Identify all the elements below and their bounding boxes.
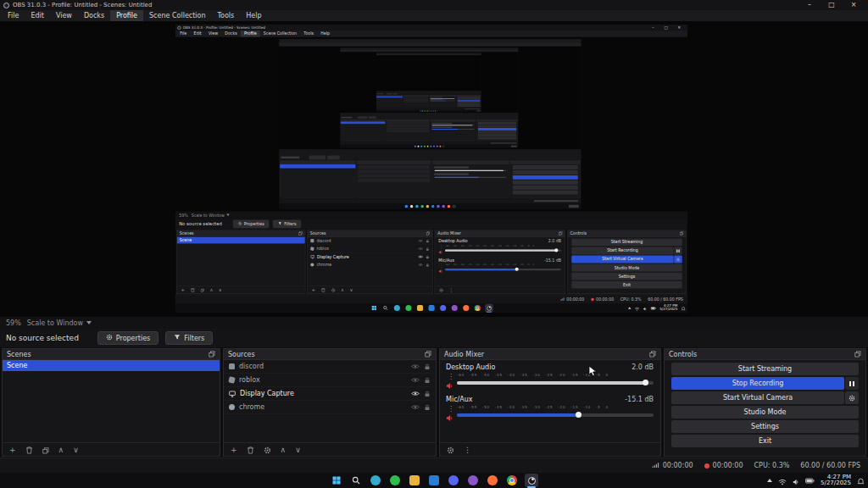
scenes-panel-header[interactable]: Scenes: [3, 349, 220, 360]
titlebar[interactable]: OBS 31.0.3 - Profile: Untitled - Scenes:…: [0, 0, 868, 10]
move-source-down-button[interactable]: ∨: [295, 443, 301, 457]
channel-kebab-menu[interactable]: ⋮: [448, 406, 454, 413]
titlebar: OBS 31.0.3 - Profile: Untitled - Scenes:…: [175, 25, 687, 30]
taskbar-icon-word[interactable]: [427, 474, 441, 487]
add-source-button[interactable]: +: [231, 443, 237, 457]
menu-edit: Edit: [190, 30, 204, 37]
scene-list-item[interactable]: Scene: [3, 360, 220, 371]
battery-icon[interactable]: [805, 478, 815, 484]
start-button: [370, 304, 378, 312]
menu-scene-collection[interactable]: Scene Collection: [143, 10, 212, 21]
visibility-eye-icon[interactable]: [411, 404, 420, 410]
tray-overflow-chevron-icon[interactable]: [767, 479, 772, 482]
preview-scale-row: 59% Scale to Window: [175, 212, 687, 219]
close-button[interactable]: ×: [843, 0, 865, 10]
menu-view[interactable]: View: [50, 10, 78, 21]
start-streaming-button[interactable]: Start Streaming: [671, 363, 859, 375]
search-icon[interactable]: [349, 474, 363, 487]
volume-fader[interactable]: [457, 381, 654, 385]
windows-taskbar: 4:27 PM 5/27/2025: [175, 303, 687, 313]
taskbar-icon-whatsapp[interactable]: [388, 474, 402, 487]
menu-tools[interactable]: Tools: [212, 10, 241, 21]
mute-speaker-icon[interactable]: [446, 382, 453, 390]
wifi-icon[interactable]: [778, 473, 787, 488]
move-scene-down-button[interactable]: ∨: [73, 443, 79, 457]
filters-button[interactable]: Filters: [165, 331, 213, 345]
popout-icon[interactable]: [425, 351, 431, 358]
lock-icon[interactable]: [424, 363, 431, 370]
start-virtual-camera-button[interactable]: Start Virtual Camera: [671, 391, 844, 404]
obs-app-icon: [177, 25, 181, 29]
controls-buttons: Start Streaming Start Recording Start Vi…: [568, 237, 687, 291]
menu-edit[interactable]: Edit: [25, 10, 50, 21]
mini-sources-panel: [403, 95, 430, 108]
mini-scenes-panel: [376, 95, 403, 108]
mini-scenes-panel: [341, 119, 386, 141]
taskbar-icon-edge[interactable]: [369, 474, 382, 487]
mixer-toolbar: ⋮: [440, 442, 660, 456]
sources-panel-header[interactable]: Sources: [224, 349, 436, 360]
volume-fader[interactable]: [457, 413, 654, 417]
visibility-eye-icon[interactable]: [411, 391, 420, 396]
menu-profile[interactable]: Profile: [110, 10, 143, 21]
lock-icon[interactable]: [424, 404, 431, 411]
scenes-panel-header: Scenes: [177, 230, 305, 237]
taskbar-icon-obs-active[interactable]: [525, 474, 538, 487]
taskbar-icon-visual-studio[interactable]: [466, 474, 480, 487]
audio-mixer-header[interactable]: Audio Mixer: [440, 349, 660, 360]
source-row-chrome[interactable]: chrome: [224, 401, 436, 414]
maximize-button[interactable]: □: [821, 0, 843, 10]
meter-scale: -60 -55 -50 -45 -40 -35 -30 -25 -20 -15 …: [457, 404, 654, 410]
preview-scale-dropdown[interactable]: Scale to Window: [27, 319, 92, 327]
popout-icon[interactable]: [209, 351, 215, 358]
settings-button[interactable]: Settings: [671, 420, 859, 433]
menu-help[interactable]: Help: [240, 10, 267, 21]
notifications-bell-icon[interactable]: [857, 473, 865, 488]
start-button[interactable]: [330, 474, 343, 487]
exit-button[interactable]: Exit: [671, 435, 859, 447]
volume-icon[interactable]: [793, 473, 799, 488]
source-row-discord[interactable]: discord: [224, 360, 436, 374]
popout-icon[interactable]: [649, 351, 656, 358]
source-row-display-capture[interactable]: Display Capture: [224, 387, 436, 401]
controls-panel-header[interactable]: Controls: [665, 349, 865, 360]
mute-speaker-icon[interactable]: [446, 414, 453, 422]
channel-kebab-menu[interactable]: ⋮: [448, 374, 454, 380]
add-scene-button[interactable]: +: [9, 443, 16, 457]
source-properties-gear-icon[interactable]: [264, 441, 271, 458]
mute-speaker-icon: [438, 250, 442, 254]
studio-mode-button[interactable]: Studio Mode: [671, 406, 859, 419]
taskbar-icon-chrome[interactable]: [505, 474, 519, 487]
stop-recording-button[interactable]: Stop Recording: [671, 377, 844, 390]
lock-icon[interactable]: [424, 391, 431, 397]
virtual-camera-settings-button[interactable]: [845, 391, 859, 404]
remove-source-button[interactable]: [247, 441, 254, 458]
menu-docks[interactable]: Docks: [78, 10, 110, 21]
fader-handle[interactable]: [643, 380, 648, 385]
menu-file[interactable]: File: [2, 10, 25, 21]
lock-icon[interactable]: [424, 377, 431, 384]
minimize-button[interactable]: –: [798, 0, 821, 10]
taskbar-clock[interactable]: 4:27 PM 5/27/2025: [821, 474, 851, 486]
visibility-eye-icon: [418, 239, 423, 242]
source-row-roblox[interactable]: roblox: [224, 374, 436, 387]
properties-button[interactable]: Properties: [97, 331, 159, 345]
remove-scene-button[interactable]: [25, 441, 33, 458]
taskbar-icon-file-explorer[interactable]: [408, 474, 421, 487]
duplicate-scene-button[interactable]: [42, 441, 49, 458]
move-scene-up-button[interactable]: ∧: [58, 443, 64, 457]
sources-panel: Sources discord roblox Di: [307, 230, 433, 294]
mini-preview: [279, 47, 581, 149]
mixer-kebab-menu[interactable]: ⋮: [464, 443, 471, 457]
mixer-settings-gear-icon[interactable]: [447, 441, 454, 458]
taskbar-icon-discord[interactable]: [447, 474, 460, 487]
fader-handle[interactable]: [576, 412, 581, 418]
visibility-eye-icon[interactable]: [411, 363, 420, 369]
visibility-eye-icon[interactable]: [411, 377, 420, 383]
preview-canvas[interactable]: OBS 31.0.3 - Profile: Untitled - Scenes:…: [0, 21, 868, 317]
pause-recording-button[interactable]: [845, 377, 859, 390]
move-source-up-button[interactable]: ∧: [281, 443, 287, 457]
popout-icon[interactable]: [854, 351, 861, 358]
taskbar-icon-firefox[interactable]: [486, 474, 499, 487]
move-scene-down-button: ∨: [219, 286, 222, 293]
